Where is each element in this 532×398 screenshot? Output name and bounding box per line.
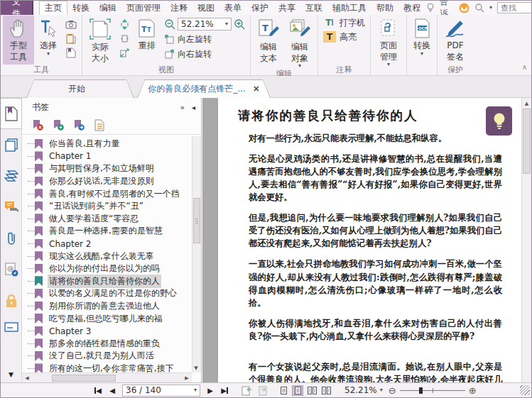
bookmark-item[interactable]: 请将你的善良只给善待你的人	[22, 275, 192, 288]
rotate-right-button[interactable]: 向右旋转	[164, 48, 245, 60]
file-menu-button[interactable]: 文件	[1, 1, 33, 15]
reflow-button[interactable]: TT 重排	[133, 16, 161, 65]
bookmark-item[interactable]: 你当善良,且有力量	[22, 138, 192, 150]
menu-tab[interactable]: 编辑	[94, 1, 121, 15]
layers-panel-icon[interactable]	[1, 160, 22, 192]
document-vertical-scrollbar[interactable]: ▲	[521, 98, 531, 382]
zoom-in-icon[interactable]	[234, 18, 245, 30]
comments-panel-icon[interactable]	[1, 192, 22, 223]
bookmark-item[interactable]: 善良,有时候不过是弱者的又一个挡	[22, 187, 192, 200]
bookmark-item[interactable]: 别用你所谓的善意去强迫他人	[22, 300, 192, 313]
scrollbar-thumb[interactable]	[52, 375, 116, 382]
document-view[interactable]: 请将你的善良只给善待你的人 对有一些行为,永远只能表示理解,不能姑息和纵容。 无…	[202, 98, 531, 382]
menu-tab[interactable]: 保护	[246, 1, 273, 15]
menu-tab[interactable]: 辅助工具	[327, 1, 371, 15]
bookmark-item[interactable]: 没了自己,就只是为别人而活	[22, 350, 192, 363]
bookmark-item[interactable]: 那多余的牺牲都是情感的重负	[22, 338, 192, 350]
rotate-left-button[interactable]: 向左旋转	[164, 33, 245, 45]
bookmark-item[interactable]: 与其明哲保身,不如立场鲜明	[22, 162, 192, 175]
scroll-down-icon[interactable]: ▼	[192, 364, 200, 372]
fields-panel-icon[interactable]	[1, 316, 22, 338]
menu-tab[interactable]: 帮助	[371, 1, 398, 15]
zoom-level-combo[interactable]: 52.21% ▾	[178, 18, 232, 31]
bookmark-item[interactable]: Chapter 3	[22, 325, 192, 338]
page-number-combo[interactable]: 36 / 140 ▾	[122, 385, 200, 397]
security-panel-icon[interactable]	[1, 285, 22, 316]
menu-tab[interactable]: 转换	[67, 1, 94, 15]
bookmarks-panel-icon[interactable]	[1, 98, 22, 129]
select-tool-button[interactable]: 选择 ▾	[34, 16, 63, 65]
previous-view-icon[interactable]	[241, 385, 253, 396]
panel-collapse-icon[interactable]: ◂	[192, 104, 195, 111]
zoom-slider-handle[interactable]	[419, 387, 423, 394]
hand-tool-button[interactable]: 手型工具	[3, 16, 34, 65]
menu-tab[interactable]: 视图	[192, 1, 219, 15]
goto-bookmark-icon[interactable]	[73, 119, 85, 131]
facing-view-icon[interactable]	[306, 385, 317, 396]
menu-tab[interactable]: 页面管理	[121, 1, 165, 15]
attachments-panel-icon[interactable]	[1, 223, 22, 254]
zoom-slider[interactable]	[400, 390, 465, 391]
find-input[interactable]	[497, 2, 532, 13]
signatures-panel-icon[interactable]: @	[1, 254, 22, 285]
search-options-caret[interactable]: ▾	[489, 6, 492, 10]
search-icon[interactable]	[474, 2, 484, 13]
menu-tab[interactable]: 主页	[39, 1, 67, 15]
bookmark-item[interactable]: 吃亏是福,但总吃亏哪儿来的福	[22, 312, 192, 325]
edit-object-button[interactable]: 编辑对象 ▾	[284, 16, 315, 68]
scroll-up-icon[interactable]: ▲	[522, 99, 531, 108]
first-page-button[interactable]: ◀	[92, 385, 104, 397]
bookmark-item[interactable]: Chapter 2	[22, 238, 192, 250]
delete-bookmark-icon[interactable]	[32, 119, 43, 131]
expand-bookmarks-icon[interactable]	[94, 119, 104, 131]
scrollbar-thumb[interactable]	[523, 109, 531, 174]
zoom-out-button[interactable]: ⊖	[389, 386, 396, 395]
resize-grip[interactable]	[520, 385, 530, 395]
last-page-button[interactable]: ▶	[218, 385, 231, 397]
panel-expand-icon[interactable]: »	[180, 104, 185, 111]
pages-panel-icon[interactable]	[1, 129, 22, 160]
bookmark-item[interactable]: 你那么好说话,无非是没原则	[22, 175, 192, 188]
bookmarks-vertical-scrollbar[interactable]: ▼	[192, 136, 201, 372]
bookmark-item[interactable]: 现实这么残酷,拿什么装无辜	[22, 250, 192, 262]
bookmark-item[interactable]: “丑话说到前头”并不“丑”	[22, 200, 192, 213]
scrollbar-thumb[interactable]	[193, 198, 200, 243]
fit-page-icon[interactable]	[118, 33, 131, 44]
tip-bulb-badge[interactable]	[486, 106, 512, 136]
fit-width-icon[interactable]	[118, 18, 131, 30]
status-zoom-combo[interactable]: 52.21% ▾	[344, 385, 383, 395]
add-bookmark-icon[interactable]	[53, 119, 64, 131]
menu-tab[interactable]: 表单	[219, 1, 246, 15]
document-tab[interactable]: 开始	[26, 79, 134, 98]
clipboard-icon[interactable]	[65, 33, 77, 44]
previous-page-button[interactable]: ◀	[106, 385, 119, 397]
menu-tab[interactable]: 互联	[300, 1, 327, 15]
continuous-view-icon[interactable]	[292, 385, 303, 396]
bookmark-item[interactable]: 做人要学着适度“零容忍	[22, 213, 192, 226]
bookmark-item[interactable]: Chapter 1	[22, 150, 192, 163]
pdf-sign-button[interactable]: PDF签名	[440, 16, 471, 65]
facing-continuous-view-icon[interactable]	[320, 385, 332, 396]
tab-close-icon[interactable]: ×	[253, 84, 260, 94]
collapse-ribbon-icon[interactable]: ∧	[522, 63, 527, 71]
nav-strip-overflow-icon[interactable]: ▼	[9, 371, 13, 378]
edit-text-button[interactable]: T 编辑文本	[253, 16, 284, 68]
next-page-button[interactable]: ▶	[204, 385, 217, 397]
account-icon[interactable]	[459, 2, 469, 13]
scroll-right-icon[interactable]: ▶	[182, 375, 192, 381]
bookmark-item[interactable]: 以爱的名义满足的不过是你的野心	[22, 287, 192, 300]
actual-size-button[interactable]: 实际大小	[85, 16, 116, 65]
menu-tab[interactable]: 注释	[165, 1, 192, 15]
menu-tab[interactable]: 共享	[273, 1, 300, 15]
hint-bulb-icon[interactable]	[425, 2, 435, 13]
highlight-button[interactable]: T 高亮	[320, 30, 359, 44]
menu-tab[interactable]: 教程	[398, 1, 425, 15]
fit-visible-icon[interactable]	[118, 47, 131, 58]
bookmarks-horizontal-scrollbar[interactable]: ◀ ▶	[22, 372, 192, 382]
next-view-icon[interactable]	[256, 385, 268, 396]
zoom-in-button[interactable]: ⊕	[469, 386, 477, 395]
bookmark-page-icon[interactable]	[65, 47, 77, 58]
bookmark-item[interactable]: 所有的这一切,令你非常痛苦,接下	[22, 363, 192, 372]
document-tab[interactable]: 你的善良必须有点锋芒_... ×	[137, 79, 271, 98]
zoom-out-icon[interactable]	[164, 18, 175, 30]
